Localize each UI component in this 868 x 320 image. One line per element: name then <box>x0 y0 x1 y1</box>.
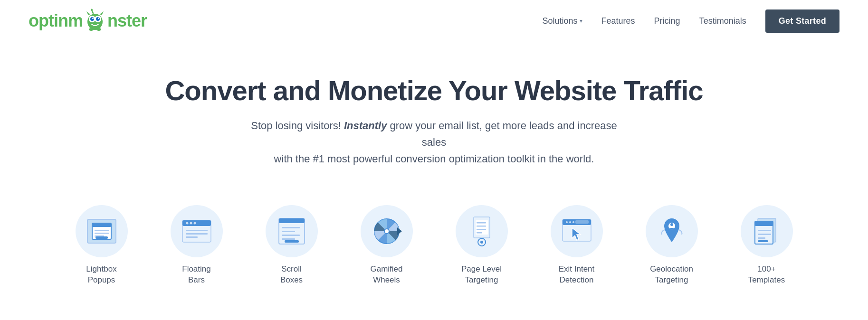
nav-solutions[interactable]: Solutions ▾ <box>542 16 582 26</box>
feature-item-page-level[interactable]: Page LevelTargeting <box>444 205 520 286</box>
main-nav: Solutions ▾ Features Pricing Testimonial… <box>542 9 839 33</box>
svg-point-48 <box>566 221 568 223</box>
feature-item-gamified-wheels[interactable]: GamifiedWheels <box>349 205 425 286</box>
svg-point-50 <box>572 221 574 223</box>
svg-point-5 <box>92 18 94 19</box>
solutions-chevron-icon: ▾ <box>580 18 582 24</box>
svg-rect-31 <box>282 231 295 232</box>
feature-item-geolocation[interactable]: GeolocationTargeting <box>634 205 710 286</box>
feature-label-floating-bars: FloatingBars <box>182 264 210 286</box>
feature-icon-circle-templates <box>741 205 793 257</box>
svg-rect-42 <box>477 229 486 230</box>
svg-rect-25 <box>186 230 208 231</box>
gamified-wheels-icon <box>370 215 403 248</box>
svg-marker-9 <box>86 11 90 15</box>
nav-pricing[interactable]: Pricing <box>654 16 680 26</box>
svg-rect-41 <box>477 226 486 227</box>
svg-rect-26 <box>186 233 208 235</box>
svg-rect-51 <box>575 220 589 224</box>
scroll-boxes-icon <box>275 215 308 248</box>
feature-item-exit-intent[interactable]: Exit IntentDetection <box>539 205 615 286</box>
hero-title: Convert and Monetize Your Website Traffi… <box>10 75 858 106</box>
svg-rect-30 <box>282 227 300 228</box>
templates-icon <box>750 215 783 248</box>
svg-rect-57 <box>755 221 773 226</box>
svg-rect-16 <box>95 230 109 231</box>
svg-rect-33 <box>282 238 295 240</box>
svg-point-54 <box>670 223 673 226</box>
nav-features[interactable]: Features <box>601 16 635 26</box>
hero-section: Convert and Monetize Your Website Traffi… <box>0 42 868 191</box>
feature-item-floating-bars[interactable]: FloatingBars <box>159 205 235 286</box>
geolocation-icon <box>655 215 688 248</box>
svg-rect-32 <box>282 235 300 236</box>
feature-icon-circle-exit-intent <box>551 205 603 257</box>
feature-icon-circle-gamified-wheels <box>361 205 413 257</box>
floating-bars-icon <box>180 215 213 248</box>
svg-marker-37 <box>397 227 402 235</box>
svg-rect-59 <box>758 234 771 235</box>
nav-testimonials[interactable]: Testimonials <box>699 16 746 26</box>
feature-label-lightbox: LightboxPopups <box>86 264 116 286</box>
logo-monster-icon <box>83 9 107 33</box>
hero-subtitle: Stop losing visitors! Instantly grow you… <box>244 117 624 168</box>
logo[interactable]: optinm nster <box>29 9 147 33</box>
svg-point-49 <box>569 221 571 223</box>
get-started-button[interactable]: Get Started <box>765 9 839 33</box>
svg-point-22 <box>186 222 188 225</box>
svg-point-36 <box>384 229 389 234</box>
svg-rect-43 <box>477 232 482 234</box>
feature-label-gamified-wheels: GamifiedWheels <box>370 264 402 286</box>
feature-label-scroll-boxes: ScrollBoxes <box>280 264 303 286</box>
svg-rect-61 <box>758 240 768 242</box>
feature-icon-circle-geolocation <box>646 205 698 257</box>
page-level-icon <box>465 215 498 248</box>
svg-point-45 <box>480 241 483 244</box>
logo-text-before: optinm <box>29 11 83 31</box>
feature-item-lightbox[interactable]: LightboxPopups <box>64 205 140 286</box>
svg-rect-40 <box>477 222 486 224</box>
svg-point-23 <box>190 222 192 225</box>
feature-label-page-level: Page LevelTargeting <box>461 264 502 286</box>
svg-rect-34 <box>285 240 299 243</box>
svg-rect-58 <box>758 230 771 231</box>
svg-rect-60 <box>758 237 765 239</box>
svg-point-0 <box>87 14 103 30</box>
svg-point-12 <box>96 28 101 31</box>
feature-icon-circle-lightbox <box>76 205 128 257</box>
features-row: LightboxPopupsFloatingBarsScrollBoxesGam… <box>0 191 868 305</box>
feature-item-scroll-boxes[interactable]: ScrollBoxes <box>254 205 330 286</box>
exit-intent-icon <box>560 215 593 248</box>
svg-rect-19 <box>95 236 108 239</box>
svg-point-8 <box>91 9 93 11</box>
svg-rect-29 <box>279 218 305 223</box>
feature-icon-circle-scroll-boxes <box>266 205 318 257</box>
feature-icon-circle-page-level <box>456 205 508 257</box>
svg-point-4 <box>96 17 100 21</box>
svg-rect-15 <box>92 223 111 227</box>
svg-rect-27 <box>186 236 198 238</box>
feature-label-templates: 100+Templates <box>748 264 785 286</box>
svg-rect-17 <box>95 233 109 234</box>
logo-text-after: nster <box>107 11 147 31</box>
feature-item-templates[interactable]: 100+Templates <box>729 205 805 286</box>
svg-point-11 <box>89 28 94 31</box>
svg-point-24 <box>193 222 196 225</box>
svg-marker-10 <box>100 11 104 15</box>
feature-label-exit-intent: Exit IntentDetection <box>559 264 595 286</box>
lightbox-icon <box>85 215 118 248</box>
svg-point-6 <box>98 18 99 19</box>
svg-point-3 <box>90 17 94 21</box>
feature-label-geolocation: GeolocationTargeting <box>650 264 693 286</box>
feature-icon-circle-floating-bars <box>171 205 223 257</box>
